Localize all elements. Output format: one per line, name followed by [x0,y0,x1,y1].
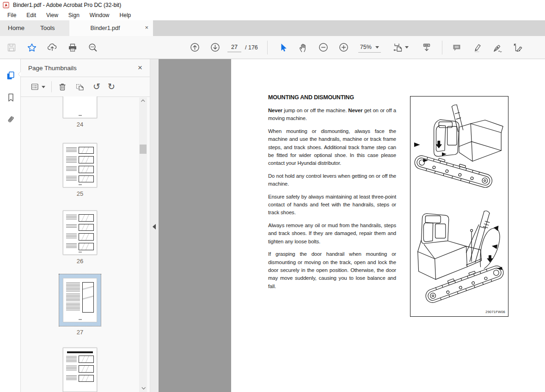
navigation-rail [0,59,21,392]
chevron-down-icon [141,386,145,389]
tab-bar: Home Tools Binder1.pdf × [0,20,545,36]
options-list-icon [31,82,40,91]
thumbnail-page-number: 24 [77,121,83,128]
thumbnail-selection-highlight[interactable] [59,274,101,326]
paperclip-icon [6,115,16,125]
save-button[interactable] [5,41,18,54]
excavator-rear-view-drawing [413,206,505,312]
menu-edit[interactable]: Edit [21,11,41,20]
thumbnail-preview[interactable] [63,211,97,255]
tab-left-segment: Home Tools [0,20,69,36]
delete-pages-button[interactable] [55,80,69,93]
page-number-input[interactable] [227,43,241,52]
divider [51,81,52,92]
thumbnail-page-number: 27 [77,329,83,336]
attachments-panel-button[interactable] [0,112,21,127]
edit-pdf-button[interactable] [511,41,525,54]
highlight-button[interactable] [470,41,484,54]
menu-sign[interactable]: Sign [63,11,85,20]
toolbar-separator [442,41,442,54]
page-thumbnails-icon [5,70,16,81]
collapse-panel-arrow-icon[interactable] [153,224,156,229]
scrolling-mode-icon [422,42,432,53]
scroll-down-button[interactable] [139,384,147,391]
search-button[interactable] [86,41,100,54]
paragraph: Ensure safety by always maintaining at l… [268,193,396,217]
page-scrolling-button[interactable] [420,41,434,54]
rotate-clockwise-button[interactable]: ↻ [105,80,117,93]
thumbnail-page-number: 25 [77,190,83,197]
chevron-down-icon [405,46,409,48]
menu-window[interactable]: Window [85,11,115,20]
print-button[interactable] [66,41,80,54]
toolbar-separator [267,41,268,54]
rotate-counterclockwise-button[interactable]: ↺ [91,80,103,93]
zoom-level-dropdown[interactable]: 75% [358,42,381,53]
pdf-page: MOUNTING AND DISMOUNTING Never jump on o… [231,59,545,392]
chevron-up-icon [141,99,145,103]
thumbnail-options-button[interactable] [28,80,48,93]
select-tool-button[interactable] [276,41,290,54]
tab-close-icon[interactable]: × [145,24,148,31]
thumbnail-scrollbar[interactable] [139,97,147,392]
main-toolbar: / 176 75% [0,36,545,59]
thumbnail-preview[interactable] [63,278,97,322]
figure-caption: 29071FW06 [485,310,505,314]
menu-view[interactable]: View [41,11,63,20]
document-canvas: MOUNTING AND DISMOUNTING Never jump on o… [159,59,545,392]
acrobat-window: Binder1.pdf - Adobe Acrobat Pro DC (32-b… [0,0,545,392]
thumbnail-preview[interactable] [63,348,97,392]
crop-pages-button[interactable] [73,80,87,93]
next-page-button[interactable] [208,41,222,54]
minus-circle-icon [318,42,329,53]
zoom-level-value: 75% [360,44,372,50]
chevron-down-icon [42,86,45,88]
page-total-label: / 176 [245,44,258,51]
thumbnail-preview[interactable] [63,143,97,187]
thumbnail-page-25[interactable]: 25 [21,143,139,197]
hand-tool-button[interactable] [296,41,310,54]
tab-home[interactable]: Home [0,20,32,36]
arrow-down-circle-icon [210,42,220,53]
comment-button[interactable] [450,41,464,54]
panel-collapse-strip[interactable] [150,59,159,392]
share-button[interactable] [45,41,59,54]
menu-file[interactable]: File [2,11,21,20]
rotate-ccw-icon: ↺ [93,82,100,91]
panel-close-icon[interactable]: × [138,63,142,72]
highlighter-icon [472,42,482,53]
print-icon [67,42,78,53]
paragraph: If grasping the door handrail when mount… [268,250,396,290]
thumbnail-preview[interactable] [63,96,97,118]
scroll-up-button[interactable] [139,97,147,104]
tab-document[interactable]: Binder1.pdf × [69,20,153,36]
page-thumbnails-panel: Page Thumbnails × [21,59,150,392]
zoom-in-button[interactable] [337,41,351,54]
page-fit-options-button[interactable] [391,41,410,54]
tab-document-label: Binder1.pdf [91,25,120,31]
fit-width-icon [393,42,403,53]
thumbnail-page-28[interactable]: 28 [21,348,139,392]
paragraph: Do not hold any control levers when gett… [268,172,396,188]
comment-bubble-icon [452,42,462,53]
body-area: Page Thumbnails × [0,59,545,392]
chevron-down-icon [375,46,379,48]
zoom-out-button[interactable] [317,41,331,54]
favorite-star-button[interactable] [25,41,39,54]
search-icon [88,42,98,53]
paragraph: When mounting or dismounting, always fac… [268,127,396,168]
thumbnail-page-26[interactable]: 26 [21,211,139,265]
thumbnail-page-24[interactable]: 24 [21,96,139,128]
menu-help[interactable]: Help [115,11,136,20]
excavator-front-view-drawing [413,102,505,200]
page-text-column: MOUNTING AND DISMOUNTING Never jump on o… [268,94,396,295]
previous-page-button[interactable] [188,41,202,54]
title-bar: Binder1.pdf - Adobe Acrobat Pro DC (32-b… [0,0,545,10]
tab-tools[interactable]: Tools [32,20,63,36]
fill-sign-button[interactable] [490,41,504,54]
bookmarks-panel-button[interactable] [0,90,21,105]
thumbnail-page-27-selected[interactable]: 27 [21,274,139,336]
scrollbar-thumb[interactable] [140,145,147,154]
thumbnail-list: 24 25 [21,96,139,392]
panel-title: Page Thumbnails [28,65,138,72]
